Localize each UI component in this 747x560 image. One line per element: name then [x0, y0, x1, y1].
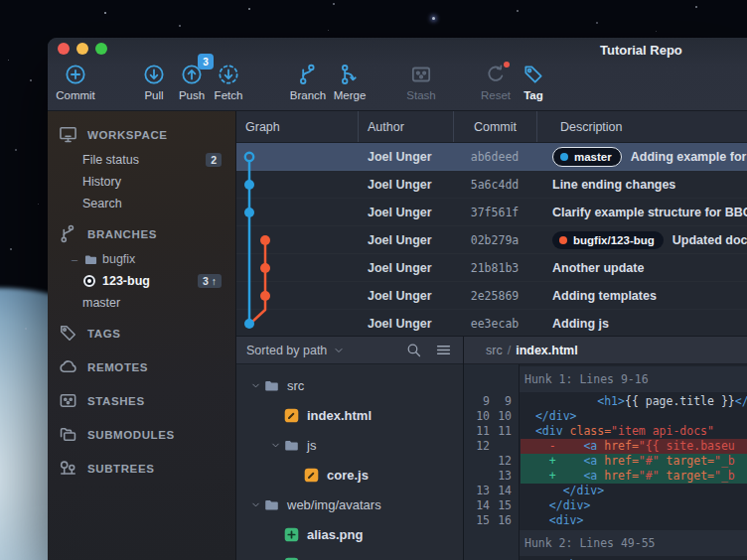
commit-row[interactable]: Joel Ungerab6deedmasterAdding example fo…	[236, 143, 747, 171]
commit-hash: 37f561f	[453, 206, 536, 219]
code-segment: "#"	[639, 454, 660, 468]
code-segment: <a	[583, 454, 604, 468]
sidebar-section-subtrees[interactable]: SUBTREES	[48, 454, 235, 483]
star	[30, 79, 32, 81]
line-number-new: 14	[490, 484, 512, 498]
sidebar-item-master[interactable]: master	[48, 292, 235, 314]
sidebar-section-tags[interactable]: TAGS	[48, 319, 235, 348]
star	[328, 30, 329, 31]
sidebar-branch-folder-bugfix[interactable]: –bugfix	[48, 248, 235, 270]
code-segment: </div>	[563, 484, 605, 497]
sidebar-section-label: REMOTES	[87, 361, 148, 373]
tree-item-js[interactable]: js	[236, 430, 463, 460]
sidebar-section-workspace[interactable]: WORKSPACE	[48, 120, 235, 149]
commit-row[interactable]: Joel Ungeree3ecabAdding js	[236, 310, 747, 336]
stash-button[interactable]: Stash	[395, 62, 447, 109]
line-number-new	[490, 439, 512, 454]
chevron-down-icon[interactable]	[268, 440, 282, 451]
line-number-new: 9	[490, 394, 512, 409]
commit-author: Joel Unger	[358, 233, 453, 247]
commit-row[interactable]: Joel Unger21b81b3Another update	[236, 254, 747, 282]
tree-item-file[interactable]	[236, 549, 463, 560]
diff-line-ctx: 1516 <div>	[464, 513, 747, 528]
line-number-old: 9	[464, 394, 490, 409]
branch-label: 123-bug	[102, 274, 150, 288]
column-header-description[interactable]: Description	[536, 111, 747, 142]
ref-badge-dot	[559, 236, 567, 244]
chevron-down-icon[interactable]	[248, 499, 262, 510]
star	[333, 3, 335, 5]
code-segment	[528, 469, 549, 483]
push-label: Push	[179, 89, 205, 101]
tree-item-index-html[interactable]: index.html	[236, 400, 463, 430]
commit-row[interactable]: Joel Unger02b279abugfix/123-bugUpdated d…	[236, 226, 747, 254]
commit-row[interactable]: Joel Unger5a6c4ddLine ending changes	[236, 171, 747, 199]
tree-item-src[interactable]: src	[236, 370, 463, 400]
fetch-button[interactable]: Fetch	[203, 62, 254, 109]
column-header-author[interactable]: Author	[358, 111, 453, 142]
line-number-old	[464, 454, 490, 469]
workspace-icon	[58, 124, 78, 145]
diff-panel: src / index.html Hunk 1: Lines 9-1699 <h…	[464, 337, 747, 560]
code-segment	[528, 484, 563, 497]
code-segment	[556, 469, 584, 483]
list-view-icon[interactable]	[435, 342, 453, 359]
zoom-button[interactable]	[95, 43, 107, 55]
line-number-old: 15	[464, 513, 490, 528]
commit-row[interactable]: Joel Unger2e25869Adding templates	[236, 282, 747, 310]
commit-row[interactable]: Joel Unger37f561fClarify example structu…	[236, 199, 747, 226]
file-tree-panel: Sorted by path srcindex.htmljscore.jsweb…	[236, 337, 464, 560]
sidebar-branch-123-bug[interactable]: 123-bug3 ↑	[48, 270, 235, 292]
sidebar-section-remotes[interactable]: REMOTES	[48, 352, 235, 381]
sidebar-section-submodules[interactable]: SUBMODULES	[48, 420, 235, 449]
tag-icon	[521, 62, 546, 87]
code-segment: target=	[667, 454, 714, 468]
search-icon[interactable]	[405, 342, 423, 359]
star	[15, 149, 17, 151]
tree-item-alias-png[interactable]: alias.png	[236, 519, 463, 549]
ref-badge-bugfix-123-bug[interactable]: bugfix/123-bug	[552, 231, 664, 249]
breadcrumb-dir[interactable]: src	[486, 344, 503, 357]
diff-code: <div class="item api-docs"	[521, 424, 747, 439]
tag-label: Tag	[523, 89, 543, 101]
folder-icon	[263, 377, 280, 394]
commit-description: Another update	[536, 261, 747, 275]
window-header: Tutorial Repo CommitPull3PushFetchBranch…	[48, 38, 747, 111]
merge-button[interactable]: Merge	[324, 62, 375, 109]
sidebar-item-file-status[interactable]: File status2	[48, 149, 235, 171]
sidebar-item-history[interactable]: History	[48, 171, 235, 193]
star	[104, 12, 106, 14]
traffic-lights	[58, 43, 107, 55]
tree-item-web-img-avatars[interactable]: web/img/avatars	[236, 490, 463, 519]
tree-item-label: src	[287, 378, 304, 393]
commit-author: Joel Unger	[358, 206, 453, 219]
sort-dropdown[interactable]: Sorted by path	[246, 344, 327, 357]
toolbar: CommitPull3PushFetchBranchMergeStashRese…	[48, 60, 747, 111]
chevron-down-icon[interactable]	[248, 380, 262, 391]
tree-item-core-js[interactable]: core.js	[236, 460, 463, 490]
sidebar-section-stashes[interactable]: STASHES	[48, 386, 235, 415]
diff-code: </div>	[521, 484, 747, 498]
commit-button[interactable]: Commit	[50, 62, 101, 109]
diff-line-ctx: 1111 <div class="item api-docs"	[464, 424, 747, 439]
sidebar-item-label: master	[82, 296, 120, 310]
star	[596, 22, 598, 24]
minimize-button[interactable]	[76, 43, 88, 55]
tag-icon	[58, 323, 78, 344]
commit-description: masterAdding example for su	[536, 147, 747, 167]
code-segment: href=	[604, 439, 639, 453]
branch-icon	[295, 62, 321, 87]
close-button[interactable]	[58, 43, 70, 55]
sidebar-item-search[interactable]: Search	[48, 193, 235, 214]
branch-folder-label: bugfix	[102, 252, 135, 266]
sidebar-section-branches[interactable]: BRANCHES	[48, 219, 235, 248]
code-segment	[660, 469, 667, 483]
diff-code: - <a href="{{ site.baseu	[521, 439, 747, 454]
reset-label: Reset	[481, 89, 511, 101]
code-segment	[556, 439, 584, 453]
column-header-graph[interactable]: Graph	[236, 111, 358, 142]
ref-badge-master[interactable]: master	[552, 147, 622, 167]
column-header-commit[interactable]: Commit	[453, 111, 536, 142]
tag-button[interactable]: Tag	[508, 62, 559, 109]
code-segment	[528, 409, 535, 423]
